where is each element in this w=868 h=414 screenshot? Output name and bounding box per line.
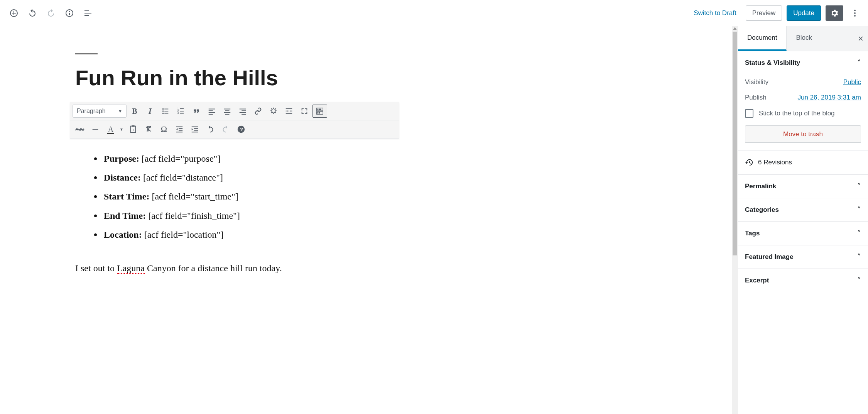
svg-text:3: 3 xyxy=(177,112,179,114)
tab-block[interactable]: Block xyxy=(787,26,821,51)
main: Fun Run in the Hills Paragraph ▼ B I 123 xyxy=(0,26,868,414)
svg-text:T: T xyxy=(132,128,134,132)
svg-point-7 xyxy=(162,113,164,114)
svg-rect-8 xyxy=(164,113,168,114)
scroll-up-icon[interactable] xyxy=(733,27,737,30)
chevron-down-icon: ˅ xyxy=(857,252,861,262)
align-left-button[interactable] xyxy=(204,105,219,118)
list-item: Location: [acf field="location"] xyxy=(102,225,399,244)
gear-icon xyxy=(830,8,839,18)
svg-rect-47 xyxy=(194,130,198,131)
move-to-trash-button[interactable]: Move to trash xyxy=(745,125,861,143)
panel-status-visibility: Status & Visibility ˄ Visibility Public … xyxy=(738,51,868,150)
horizontal-rule-button[interactable] xyxy=(88,123,103,136)
stick-to-top-checkbox[interactable] xyxy=(745,109,753,118)
classic-editor-toolbar: Paragraph ▼ B I 123 xyxy=(70,102,399,139)
svg-rect-32 xyxy=(319,109,320,110)
svg-rect-29 xyxy=(286,113,292,114)
svg-rect-42 xyxy=(179,128,182,129)
panel-head-tags[interactable]: Tags˅ xyxy=(738,222,868,245)
tab-document[interactable]: Document xyxy=(738,26,787,51)
svg-point-2 xyxy=(854,15,856,17)
svg-rect-4 xyxy=(164,109,168,110)
bullet-list-button[interactable] xyxy=(158,105,173,118)
panel-categories: Categories˅ xyxy=(738,198,868,222)
panel-head-permalink[interactable]: Permalink˅ xyxy=(738,175,868,198)
link-button[interactable] xyxy=(251,105,265,118)
panel-head-categories[interactable]: Categories˅ xyxy=(738,198,868,221)
text-color-button[interactable]: A xyxy=(103,123,118,136)
switch-to-draft-link[interactable]: Switch to Draft xyxy=(689,9,741,17)
text-color-dropdown[interactable]: ▼ xyxy=(118,127,125,132)
outdent-button[interactable] xyxy=(172,123,187,136)
update-button[interactable]: Update xyxy=(787,5,821,21)
undo-button[interactable] xyxy=(25,5,40,21)
publish-date-link[interactable]: Jun 26, 2019 3:31 am xyxy=(798,94,861,101)
indent-button[interactable] xyxy=(187,123,202,136)
svg-point-3 xyxy=(162,108,164,110)
special-character-button[interactable]: Ω xyxy=(157,123,171,136)
italic-button[interactable]: I xyxy=(143,105,157,118)
publish-label: Publish xyxy=(745,94,767,101)
align-right-button[interactable] xyxy=(235,105,250,118)
preview-button[interactable]: Preview xyxy=(746,5,782,21)
panel-head-excerpt[interactable]: Excerpt˅ xyxy=(738,269,868,292)
svg-rect-25 xyxy=(240,112,246,113)
visibility-value-link[interactable]: Public xyxy=(843,78,861,86)
align-center-button[interactable] xyxy=(220,105,235,118)
spellcheck-word[interactable]: Laguna xyxy=(117,263,145,274)
post-title[interactable]: Fun Run in the Hills xyxy=(75,65,399,90)
top-toolbar: Switch to Draft Preview Update xyxy=(0,0,868,26)
svg-rect-19 xyxy=(224,109,231,110)
svg-rect-17 xyxy=(209,112,215,113)
svg-rect-41 xyxy=(176,127,183,127)
numbered-list-button[interactable]: 123 xyxy=(174,105,188,118)
visibility-label: Visibility xyxy=(745,78,768,86)
sidebar-tabs: Document Block × xyxy=(738,26,868,51)
panel-head-featured-image[interactable]: Featured Image˅ xyxy=(738,245,868,269)
svg-rect-23 xyxy=(240,109,246,110)
history-icon xyxy=(745,158,753,167)
close-sidebar-button[interactable]: × xyxy=(858,33,863,44)
clear-formatting-button[interactable] xyxy=(141,123,156,136)
paste-text-button[interactable]: T xyxy=(126,123,140,136)
help-button[interactable]: ? xyxy=(234,123,248,136)
svg-rect-31 xyxy=(317,109,319,110)
post-content[interactable]: Purpose: [acf field="purpose"] Distance:… xyxy=(75,139,399,278)
bold-button[interactable]: B xyxy=(127,105,142,118)
svg-rect-22 xyxy=(225,114,230,115)
scrollbar-thumb[interactable] xyxy=(733,32,737,255)
kebab-icon xyxy=(850,8,860,18)
wp-shortcode-button[interactable] xyxy=(266,105,281,118)
more-options-button[interactable] xyxy=(848,5,862,21)
settings-button[interactable] xyxy=(826,5,843,21)
read-more-button[interactable] xyxy=(282,105,296,118)
svg-rect-43 xyxy=(179,130,182,131)
toolbar-toggle-button[interactable] xyxy=(312,105,327,118)
editor-canvas[interactable]: Fun Run in the Hills Paragraph ▼ B I 123 xyxy=(0,26,738,414)
chevron-up-icon: ˄ xyxy=(857,58,861,68)
revisions-label: 6 Revisions xyxy=(758,159,792,166)
svg-rect-35 xyxy=(317,112,319,114)
svg-rect-14 xyxy=(180,113,184,114)
svg-point-0 xyxy=(854,10,856,11)
revisions-row[interactable]: 6 Revisions xyxy=(738,150,868,175)
svg-rect-6 xyxy=(164,111,168,112)
svg-rect-39 xyxy=(132,125,134,127)
add-block-button[interactable] xyxy=(6,5,22,21)
panel-head-status[interactable]: Status & Visibility ˄ xyxy=(738,51,868,74)
undo-editor-button[interactable] xyxy=(203,123,218,136)
fullscreen-button[interactable] xyxy=(297,105,312,118)
svg-rect-24 xyxy=(241,110,246,111)
info-button[interactable] xyxy=(62,5,77,21)
strikethrough-button[interactable]: ABC xyxy=(73,123,87,136)
format-select[interactable]: Paragraph ▼ xyxy=(73,105,127,118)
redo-button xyxy=(43,5,59,21)
svg-rect-10 xyxy=(180,108,184,109)
blockquote-button[interactable] xyxy=(189,105,204,118)
svg-rect-18 xyxy=(209,114,213,115)
stick-to-top-label: Stick to the top of the blog xyxy=(759,110,835,117)
scrollbar-track[interactable] xyxy=(732,26,738,414)
outline-button[interactable] xyxy=(80,5,96,21)
list-item: Start Time: [acf field="start_time"] xyxy=(102,187,399,206)
